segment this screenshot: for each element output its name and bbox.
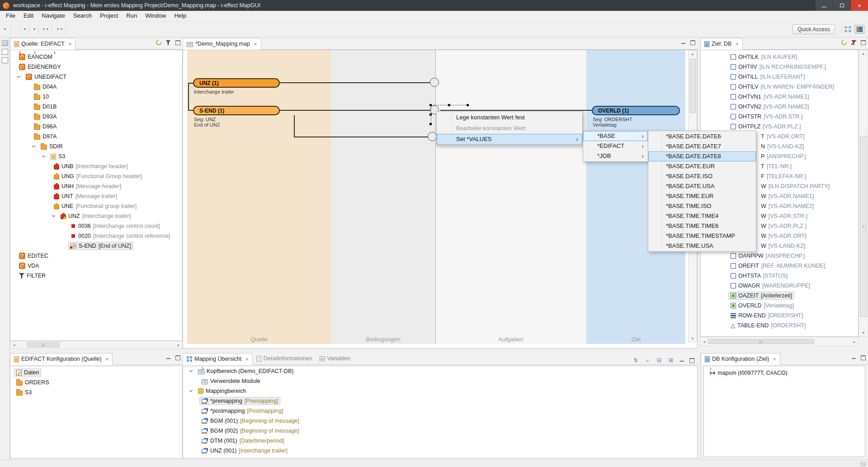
dropdown-caret-icon[interactable]: ▾ [24,27,26,31]
tree-item[interactable]: UNZ (001)[Interchange trailer] [183,446,697,456]
tab-db-konfiguration[interactable]: DB Konfiguration (Ziel) × [701,353,780,365]
tree-item[interactable]: OVERLD[Verladetag] [701,301,858,311]
cb-icon[interactable] [731,263,736,269]
menu-item[interactable]: Edit [19,11,38,21]
tree-item[interactable]: EANCOM [10,52,182,62]
tree-item[interactable]: OHTSTR[VS-ADR.STR.] [701,112,858,122]
scroll-up-icon[interactable]: ▴ [689,51,697,57]
minimize-view-icon[interactable] [680,39,686,46]
tree-item[interactable]: 0020[Interchange control reference] [10,231,182,241]
selection-handle[interactable] [429,113,432,116]
tree-item[interactable]: S-END[End of UNZ] [10,241,182,251]
list-item[interactable]: ORDERS [10,377,182,387]
horizontal-scrollbar[interactable]: ◂ ||| ▸ [700,337,859,346]
tab-ziel-db[interactable]: Ziel: DB × [700,38,743,50]
minimize-button[interactable] [816,0,833,11]
submenu-item[interactable]: *BASE.TIME.EUR [648,191,756,201]
tree-item[interactable]: OANPPW[ANSPRECHP.] [701,251,858,261]
tree-item[interactable]: UNG[Functional Group header] [10,171,182,181]
scroll-right-icon[interactable]: ▸ [175,343,182,347]
context-menu-item[interactable]: Lege konstanten Wert fest [437,112,582,123]
tree-item[interactable]: D01B [10,102,182,112]
node-overld[interactable]: OVERLD (1) [592,106,680,115]
tableend-icon[interactable] [731,322,735,329]
toolbar-button[interactable]: ▾ [3,24,6,35]
scroll-left-icon[interactable]: ◂ [10,343,18,347]
chevron-icon[interactable] [189,388,194,394]
close-icon[interactable]: × [105,356,109,363]
minimize-view-icon[interactable] [165,354,171,361]
scrollbar-thumb[interactable]: ≡ [860,136,867,317]
chevron-icon[interactable] [61,223,67,229]
menu-item[interactable]: Navigate [38,11,69,21]
tree-item[interactable]: OWAGR[WARENGRUPPE] [701,281,858,291]
scrollbar-thumb[interactable]: ||| [27,342,60,347]
submenu-item[interactable]: *BASE.DATE.USA [648,181,756,191]
tree-item[interactable]: OHTSTA[STATUS] [701,271,858,281]
tree-item[interactable]: DTM (001)[Date/time/period] [183,436,697,446]
restore-views-icon[interactable] [2,40,8,46]
cbg-icon[interactable] [731,303,736,308]
selection-handle[interactable] [429,123,432,125]
scroll-up-icon[interactable]: ▴ [859,50,868,57]
submenu-item[interactable]: *BASE.DATE.DATE6 [648,132,756,142]
vertical-scrollbar[interactable]: ▴ ≡ ▾ [859,50,868,337]
scroll-right-icon[interactable]: ▸ [851,340,858,344]
tree-item[interactable]: UNZ[Interchange trailer] [10,211,182,221]
submenu-item[interactable]: *BASE.TIME.TIMESTAMP [648,231,756,241]
context-menu-item[interactable]: Set *VALUES [437,134,582,145]
tree-item[interactable]: Mappingbereich [183,386,697,396]
maximize-view-icon[interactable] [175,39,181,46]
chevron-icon[interactable] [32,144,37,149]
cb-icon[interactable] [731,104,736,109]
link-with-editor-icon[interactable] [841,39,847,46]
tree-item[interactable]: OHTILL[ILN LIEFERANT] [701,72,858,82]
close-icon[interactable]: × [68,41,72,47]
toolbar-button[interactable]: ▾ [46,24,48,35]
node-unz[interactable]: UNZ (1) [193,78,280,88]
cb-icon[interactable] [731,253,736,259]
context-menu-item[interactable]: Bearbeite konstanten Wert [437,123,582,134]
maximize-view-icon[interactable] [860,39,866,46]
dropdown-caret-icon[interactable]: ▾ [4,27,6,31]
submenu-item[interactable]: *BASE.TIME.ISO [648,201,756,211]
tab-demo-mapping[interactable]: *Demo_Mapping.map × [183,38,261,50]
maximize-view-icon[interactable] [175,354,181,361]
tree-item[interactable]: BGM (001)[Beginning of message] [183,416,697,426]
list-item[interactable]: Daten [10,368,182,377]
tree-item[interactable]: VDA [10,261,182,271]
submenu-item[interactable]: *BASE.TIME.TIME6 [648,221,756,231]
selection-handle[interactable] [429,104,432,106]
tree-item[interactable]: S3 [10,151,182,161]
scroll-down-icon[interactable]: ▾ [689,335,697,342]
scroll-left-icon[interactable]: ◂ [701,340,708,344]
selection-handle[interactable] [448,104,450,106]
toolbar-button[interactable] [52,25,52,34]
list-item[interactable]: S3 [10,387,182,397]
tree-item[interactable]: ROW-END[ORDERSHT] [701,311,858,321]
menu-item[interactable]: Window [141,11,170,21]
quick-access-button[interactable]: Quick Access [793,24,835,34]
toolbar-button[interactable] [66,25,66,34]
filter-icon[interactable] [165,39,171,46]
tree-item[interactable]: UNE[Functional group trailer] [10,201,182,211]
dropdown-caret-icon[interactable]: ▾ [47,27,48,31]
sort-icon[interactable]: ⇅ [632,356,640,364]
cb-icon[interactable] [731,94,736,99]
tab-edifact-konfiguration[interactable]: EDIFACT Konfiguration (Quelle) × [10,353,113,365]
submenu-item[interactable]: *BASE.DATE.DATE8 [648,151,756,161]
tab-variablen[interactable]: Variablen [316,353,354,364]
close-icon[interactable]: × [735,41,739,47]
tab-mapping-uebersicht[interactable]: Mapping Übersicht × [183,353,253,365]
toolbar-button[interactable] [38,25,39,34]
tree-item[interactable]: OHTVN1[VS-ADR.NAME1] [701,92,858,102]
toolbar-button[interactable] [11,25,11,34]
toolbar-button[interactable]: ▾ [23,24,26,35]
cbg-icon[interactable] [731,293,736,298]
tree-item[interactable]: *premapping[Premapping] [183,396,697,406]
filter-disabled-icon[interactable] [850,39,857,46]
scroll-down-icon[interactable]: ▾ [859,330,868,336]
tree-item[interactable]: BGM (002)[Beginning of message] [183,426,697,436]
chevron-icon[interactable] [52,213,57,219]
tree-item[interactable]: EDITEC [10,251,182,261]
